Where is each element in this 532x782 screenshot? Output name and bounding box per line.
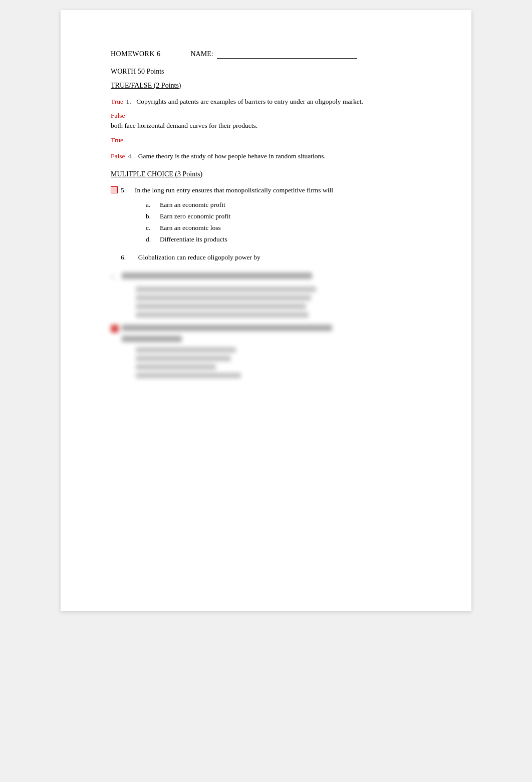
mc-header: MULITPLE CHOICE (3 Points) xyxy=(111,170,421,178)
tf-answer-2: False xyxy=(111,112,421,120)
tf-text-1: Copyrights and patents are examples of b… xyxy=(136,97,421,107)
tf-answer-1: True xyxy=(111,97,123,107)
tf-question-3: True xyxy=(111,136,421,144)
checkbox-q5 xyxy=(111,186,118,193)
document-page: HOMEWORK 6 NAME: WORTH 50 Points TRUE/FA… xyxy=(61,10,471,611)
blurred-content: 7. xyxy=(111,273,421,378)
tf-text-4: Game theory is the study of how people b… xyxy=(138,151,421,161)
mc-option-5c: c. Earn an economic loss xyxy=(146,222,421,234)
mc-options-5: a. Earn an economic profit b. Earn zero … xyxy=(111,199,421,245)
mc-option-5a: a. Earn an economic profit xyxy=(146,199,421,211)
tf-answer-4: False xyxy=(111,151,125,161)
header-row: HOMEWORK 6 NAME: xyxy=(111,50,421,59)
worth-line: WORTH 50 Points xyxy=(111,68,421,76)
tf-question-1: True 1. Copyrights and patents are examp… xyxy=(111,97,421,107)
mc-option-5b: b. Earn zero economic profit xyxy=(146,211,421,222)
mc-text-5: In the long run entry ensures that monop… xyxy=(135,185,421,195)
name-label: NAME: xyxy=(191,50,358,59)
homework-title: HOMEWORK 6 xyxy=(111,50,161,58)
name-line xyxy=(217,50,357,59)
tf-text-2: both face horizontal demand curves for t… xyxy=(111,122,257,129)
true-false-header: TRUE/FALSE (2 Points) xyxy=(111,82,421,90)
mc-question-5: 5. In the long run entry ensures that mo… xyxy=(111,185,421,245)
mc-question-6: 6. Globalization can reduce oligopoly po… xyxy=(111,252,421,263)
tf-question-4: False 4. Game theory is the study of how… xyxy=(111,151,421,161)
tf-answer-3: True xyxy=(111,136,421,144)
mc-option-5d: d. Differentiate its products xyxy=(146,234,421,245)
tf-question-2: False both face horizontal demand curves… xyxy=(111,112,421,131)
mc-text-6: Globalization can reduce oligopoly power… xyxy=(135,252,421,263)
